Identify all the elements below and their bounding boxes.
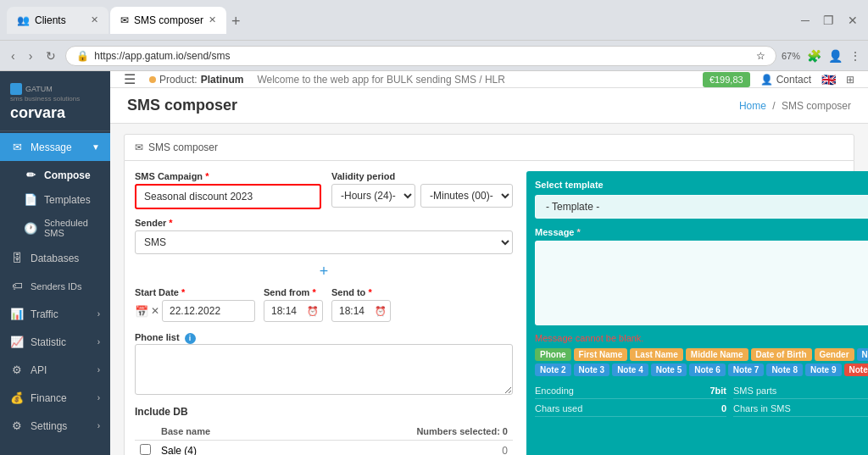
senders-label: Senders IDs	[31, 281, 82, 291]
token-note6[interactable]: Note 6	[689, 363, 726, 376]
token-last-name[interactable]: Last Name	[630, 348, 683, 361]
sidebar-item-api[interactable]: ⚙ API ›	[0, 356, 110, 384]
send-to-wrap: ⏰	[331, 300, 391, 322]
sidebar-item-traffic[interactable]: 📊 Traffic ›	[0, 300, 110, 328]
token-note1[interactable]: Note 1	[857, 348, 868, 361]
tab-clients[interactable]: 👥 Clients ✕	[7, 7, 108, 34]
hours-select[interactable]: -Hours (24)-	[331, 184, 415, 208]
back-button[interactable]: ‹	[7, 47, 19, 64]
sidebar: GATUM sms business solutions corvara ✉ M…	[0, 71, 110, 455]
db-row-sale: Sale (4) 0	[135, 440, 513, 455]
extensions-button[interactable]: 🧩	[807, 49, 821, 63]
star-icon: ☆	[756, 50, 765, 62]
token-middle-name[interactable]: Middle Name	[686, 348, 748, 361]
breadcrumb-separator: /	[772, 100, 775, 112]
finance-arrow: ›	[97, 393, 100, 402]
token-note10[interactable]: Note 10	[844, 363, 869, 376]
token-note9[interactable]: Note 9	[805, 363, 842, 376]
top-bar: ☰ Product: Platinum Welcome to the web a…	[110, 71, 868, 88]
settings-icon: ⚙	[10, 419, 24, 432]
clients-tab-close[interactable]: ✕	[91, 14, 98, 25]
start-date-input[interactable]	[162, 300, 255, 322]
sidebar-subitem-scheduled[interactable]: 🕐 Scheduled SMS	[0, 212, 110, 244]
reload-button[interactable]: ↻	[42, 47, 60, 64]
restore-button[interactable]: ❐	[820, 12, 837, 29]
close-button[interactable]: ✕	[844, 12, 861, 29]
campaign-label: SMS Campaign *	[135, 171, 321, 181]
hamburger-icon[interactable]: ☰	[124, 71, 136, 87]
message-error: Message cannot be blank.	[535, 333, 868, 343]
token-gender[interactable]: Gender	[815, 348, 854, 361]
api-label: API	[31, 364, 47, 376]
stat-sms-parts: SMS parts 0	[733, 383, 868, 399]
db-row-name: Sale (4)	[156, 440, 288, 455]
forward-button[interactable]: ›	[25, 47, 37, 64]
phone-list-section: Phone list i	[135, 330, 513, 397]
sidebar-item-message[interactable]: ✉ Message ▼	[0, 133, 110, 161]
message-label: Message *	[535, 227, 868, 237]
sidebar-item-finance[interactable]: 💰 Finance ›	[0, 384, 110, 412]
address-bar[interactable]: 🔒 https://app.gatum.io/send/sms ☆	[65, 46, 776, 66]
sender-select[interactable]: SMS	[135, 230, 513, 254]
sidebar-subitem-templates[interactable]: 📄 Templates	[0, 187, 110, 212]
profile-button[interactable]: 👤	[828, 49, 843, 63]
start-date-group: Start Date * 📅 ✕	[135, 287, 255, 322]
validity-label: Validity period	[331, 171, 513, 181]
token-note3[interactable]: Note 3	[574, 363, 610, 376]
expand-icon[interactable]: ⊞	[846, 74, 854, 86]
new-tab-button[interactable]: +	[228, 9, 244, 34]
content-area: ✉ SMS composer SMS Campaign *	[110, 124, 868, 455]
section-title-bar: ✉ SMS composer	[124, 134, 854, 161]
api-icon: ⚙	[10, 363, 24, 376]
menu-button[interactable]: ⋮	[849, 49, 861, 63]
traffic-label: Traffic	[31, 308, 58, 320]
contact-button[interactable]: 👤 Contact	[760, 74, 811, 86]
sidebar-logo: GATUM sms business solutions corvara	[0, 71, 110, 131]
browser-window-controls: ─ ❐ ✕	[798, 12, 861, 29]
token-note7[interactable]: Note 7	[728, 363, 765, 376]
browser-actions: 67% 🧩 👤 ⋮	[782, 49, 861, 63]
chars-used-label: Chars used	[535, 403, 582, 413]
sidebar-item-settings[interactable]: ⚙ Settings ›	[0, 412, 110, 440]
breadcrumb-home[interactable]: Home	[739, 100, 766, 112]
db-checkbox-sale[interactable]	[140, 444, 151, 455]
template-row: - Template - +	[535, 195, 868, 219]
tab-sms-composer[interactable]: ✉ SMS composer ✕	[110, 7, 226, 34]
finance-label: Finance	[31, 392, 67, 404]
sidebar-subitem-compose[interactable]: ✏ Compose	[0, 163, 110, 187]
brand-sublabel: sms business solutions	[10, 95, 100, 103]
sms-tab-label: SMS composer	[134, 14, 203, 26]
minimize-button[interactable]: ─	[798, 12, 813, 29]
token-note5[interactable]: Note 5	[651, 363, 687, 376]
token-note8[interactable]: Note 8	[766, 363, 803, 376]
chars-used-value: 0	[721, 403, 726, 413]
sms-tab-close[interactable]: ✕	[209, 14, 216, 25]
sidebar-item-senders-ids[interactable]: 🏷 Senders IDs	[0, 272, 110, 300]
message-textarea[interactable]	[535, 241, 868, 325]
phone-list-textarea[interactable]	[135, 344, 513, 395]
left-column: SMS Campaign * Validity period	[135, 171, 513, 455]
page-header: SMS composer Home / SMS composer	[110, 88, 868, 124]
token-first-name[interactable]: First Name	[574, 348, 628, 361]
sms-favicon: ✉	[120, 14, 129, 26]
flag-icon[interactable]: 🇬🇧	[821, 73, 836, 86]
add-button[interactable]: +	[320, 263, 329, 280]
token-phone[interactable]: Phone	[535, 348, 571, 361]
sidebar-item-statistic[interactable]: 📈 Statistic ›	[0, 328, 110, 356]
brand-label: GATUM	[10, 83, 100, 95]
start-date-input-row: 📅 ✕	[135, 300, 255, 322]
campaign-input[interactable]	[137, 186, 319, 207]
balance-badge: €199,83	[703, 72, 750, 87]
token-dob[interactable]: Date of Birth	[751, 348, 812, 361]
clients-tab-label: Clients	[35, 14, 66, 26]
calendar-icon[interactable]: 📅	[135, 305, 148, 318]
clock-icon-to: ⏰	[375, 306, 387, 317]
minutes-select[interactable]: -Minutes (00)-	[420, 184, 513, 208]
clear-date-button[interactable]: ✕	[151, 305, 159, 317]
form-panel: SMS Campaign * Validity period	[124, 161, 854, 455]
sidebar-item-databases[interactable]: 🗄 Databases	[0, 244, 110, 272]
token-note2[interactable]: Note 2	[535, 363, 571, 376]
token-note4[interactable]: Note 4	[612, 363, 648, 376]
template-select[interactable]: - Template -	[535, 195, 868, 219]
statistic-arrow: ›	[97, 337, 100, 347]
